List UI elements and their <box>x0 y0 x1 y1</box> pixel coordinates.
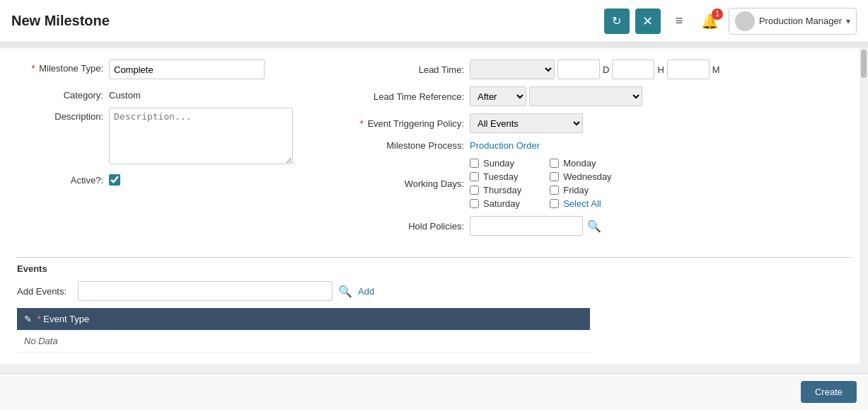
separator-bar <box>0 42 868 48</box>
select-all-checkbox[interactable] <box>550 199 559 208</box>
lead-time-reference-row: Lead Time Reference: After <box>342 86 851 106</box>
events-section: Events Add Events: 🔍 Add ✎ * Event Type <box>17 257 851 353</box>
lead-time-select[interactable] <box>470 59 555 79</box>
milestone-process-link[interactable]: Production Order <box>470 140 540 151</box>
form-right: Lead Time: D H M Lead Time Reference: <box>342 59 851 243</box>
saturday-checkbox[interactable] <box>470 199 479 208</box>
lead-time-d-unit: D <box>603 64 609 75</box>
empty-column-header <box>503 308 590 330</box>
friday-item: Friday <box>550 185 611 195</box>
lead-time-m-input[interactable] <box>667 59 710 79</box>
select-all-link[interactable]: Select All <box>563 198 601 209</box>
lead-time-reference-select[interactable]: After <box>470 86 526 106</box>
add-events-search-button[interactable]: 🔍 <box>337 283 354 300</box>
friday-checkbox[interactable] <box>550 186 559 195</box>
hold-policies-row: Hold Policies: 🔍 <box>342 216 851 236</box>
form-section: * Milestone Type: Category: Custom Descr… <box>17 59 851 243</box>
description-row: Description: <box>17 108 314 164</box>
lead-time-m-unit: M <box>712 64 720 75</box>
milestone-process-row: Milestone Process: Production Order <box>342 140 851 151</box>
edit-icon: ✎ <box>24 314 32 324</box>
days-left-group: Sunday Tuesday Thursday Saturday <box>470 158 521 209</box>
tuesday-label: Tuesday <box>483 171 518 182</box>
no-data-cell: No Data <box>17 330 590 353</box>
scrollbar-thumb[interactable] <box>861 50 867 78</box>
required-star3: * <box>37 314 41 324</box>
hold-policies-input-group: 🔍 <box>470 216 603 236</box>
monday-label: Monday <box>563 158 596 169</box>
monday-checkbox[interactable] <box>550 159 559 168</box>
event-type-label: Event Type <box>43 314 89 324</box>
category-value: Custom <box>109 86 141 101</box>
hold-policies-input[interactable] <box>470 216 583 236</box>
form-left: * Milestone Type: Category: Custom Descr… <box>17 59 314 243</box>
required-star2: * <box>360 118 364 129</box>
days-right-group: Monday Wednesday Friday Select All <box>550 158 611 209</box>
refresh-button[interactable]: ↻ <box>604 8 630 34</box>
lead-time-label: Lead Time: <box>342 64 470 75</box>
table-header-row: ✎ * Event Type <box>17 308 590 330</box>
lead-time-h-unit: H <box>657 64 664 75</box>
monday-item: Monday <box>550 158 611 169</box>
wednesday-checkbox[interactable] <box>550 172 559 181</box>
required-star: * <box>32 63 35 74</box>
add-link[interactable]: Add <box>358 286 374 297</box>
description-label: Description: <box>17 108 109 122</box>
tuesday-item: Tuesday <box>470 171 521 182</box>
tuesday-checkbox[interactable] <box>470 172 479 181</box>
close-icon: ✕ <box>642 13 653 29</box>
description-input[interactable] <box>109 108 293 164</box>
search-icon2: 🔍 <box>338 285 352 297</box>
refresh-icon: ↻ <box>612 14 621 28</box>
hold-policies-label: Hold Policies: <box>342 221 470 232</box>
page-title: New Milestone <box>11 13 110 29</box>
milestone-type-input[interactable] <box>109 59 265 79</box>
thursday-checkbox[interactable] <box>470 186 479 195</box>
avatar <box>735 11 755 31</box>
friday-label: Friday <box>563 185 589 195</box>
milestone-type-label: * Milestone Type: <box>17 59 109 74</box>
thursday-item: Thursday <box>470 185 521 195</box>
events-table: ✎ * Event Type No Data <box>17 308 590 353</box>
select-all-item: Select All <box>550 198 611 209</box>
wednesday-item: Wednesday <box>550 171 611 182</box>
menu-button[interactable]: ≡ <box>666 8 692 34</box>
event-triggering-policy-row: * Event Triggering Policy: All Events <box>342 113 851 133</box>
top-bar-actions: ↻ ✕ ≡ 🔔 1 Production Manager ▾ <box>604 8 857 35</box>
event-type-column-header: ✎ * Event Type <box>17 308 503 330</box>
active-checkbox[interactable] <box>109 174 120 186</box>
lead-time-inputs: D H M <box>470 59 720 79</box>
user-selector[interactable]: Production Manager ▾ <box>729 8 857 35</box>
menu-icon: ≡ <box>676 13 683 28</box>
event-triggering-policy-label: * Event Triggering Policy: <box>342 118 470 129</box>
lead-time-d-input[interactable] <box>557 59 600 79</box>
saturday-item: Saturday <box>470 198 521 209</box>
category-row: Category: Custom <box>17 86 314 101</box>
add-events-input[interactable] <box>78 281 332 301</box>
content-area: * Milestone Type: Category: Custom Descr… <box>0 48 868 364</box>
lead-time-reference-value-select[interactable] <box>529 86 642 106</box>
active-row: Active?: <box>17 171 314 186</box>
lead-time-reference-inputs: After <box>470 86 642 106</box>
no-data-row: No Data <box>17 330 590 353</box>
wednesday-label: Wednesday <box>563 171 611 182</box>
milestone-type-row: * Milestone Type: <box>17 59 314 79</box>
event-triggering-policy-select[interactable]: All Events <box>470 113 583 133</box>
top-bar: New Milestone ↻ ✕ ≡ 🔔 1 Production Manag… <box>0 0 868 42</box>
hold-policies-search-button[interactable]: 🔍 <box>586 218 603 234</box>
working-days-row: Working Days: Sunday Tuesday <box>342 158 851 209</box>
chevron-down-icon: ▾ <box>846 16 850 26</box>
category-label: Category: <box>17 86 109 101</box>
events-title: Events <box>17 263 851 274</box>
close-button[interactable]: ✕ <box>635 8 661 34</box>
saturday-label: Saturday <box>483 198 520 209</box>
milestone-process-label: Milestone Process: <box>342 140 470 151</box>
notification-button[interactable]: 🔔 1 <box>698 8 723 34</box>
lead-time-row: Lead Time: D H M <box>342 59 851 79</box>
lead-time-h-input[interactable] <box>612 59 654 79</box>
user-name: Production Manager <box>759 16 842 26</box>
active-label: Active?: <box>17 171 109 186</box>
sunday-label: Sunday <box>483 158 514 169</box>
scrollbar[interactable] <box>860 48 868 364</box>
sunday-checkbox[interactable] <box>470 159 479 168</box>
